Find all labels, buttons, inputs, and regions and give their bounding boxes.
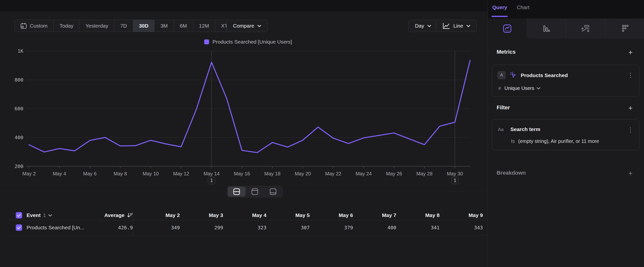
breakdown-table: Event 1 Average May 2May 3May 4May 5May …	[0, 211, 488, 235]
aggregation-selector[interactable]: Unique Users	[504, 86, 540, 91]
x-axis-tick-label: May 22	[325, 171, 342, 176]
annotation-badge[interactable]: 1	[451, 176, 458, 184]
add-metric-button[interactable]: +	[627, 49, 634, 56]
average-header[interactable]: Average	[91, 212, 133, 218]
date-column-header[interactable]: May 2	[138, 212, 182, 218]
table-view-icon	[270, 188, 276, 195]
row-average: 426.9	[118, 225, 133, 230]
active-tab-underline	[492, 16, 508, 17]
row-values: 349299323307379400341343	[138, 225, 485, 230]
cell-value: 400	[355, 225, 398, 230]
y-axis-tick-label: 200	[14, 163, 23, 169]
metric-event-name: Products Searched	[521, 72, 568, 78]
cell-value: 299	[182, 225, 225, 230]
cell-value: 323	[225, 225, 268, 230]
date-column-header[interactable]: May 6	[312, 212, 355, 218]
cell-value: 307	[268, 225, 312, 230]
data-series-line[interactable]	[29, 60, 470, 152]
table-column-separator	[132, 211, 133, 235]
y-axis-tick-label: 800	[14, 77, 23, 83]
text-property-icon: Aa	[498, 127, 504, 132]
metrics-heading: Metrics	[497, 49, 516, 55]
panel-tab-bar: Query Chart	[488, 0, 644, 19]
x-axis-tick-label: May 10	[143, 171, 159, 176]
row-name: Products Searched [Un...	[26, 225, 84, 230]
y-axis-tick-label: 400	[14, 134, 23, 140]
report-type-strip	[488, 19, 644, 39]
filter-menu-button[interactable]: ⋮	[627, 127, 634, 133]
analytics-dashboard: Custom Today Yesterday 7D 30D 3M 6M 12M …	[0, 0, 644, 267]
chevron-down-icon	[48, 214, 52, 216]
insights-icon	[502, 24, 512, 34]
cell-value: 343	[442, 225, 485, 230]
metric-letter-badge: A	[498, 71, 506, 79]
event-icon	[510, 71, 517, 79]
x-axis-tick-label: May 8	[114, 171, 127, 176]
x-axis-tick-label: May 28	[416, 171, 433, 176]
funnels-tab[interactable]	[527, 19, 566, 39]
split-view-icon	[233, 188, 240, 195]
date-column-header[interactable]: May 9	[442, 212, 485, 218]
cell-value: 341	[398, 225, 442, 230]
x-axis-tick-label: May 12	[173, 171, 190, 176]
aggregation-symbol: #	[498, 86, 501, 91]
retention-tab[interactable]	[605, 19, 644, 39]
query-panel: Query Chart Metrics + A Products Searche…	[488, 0, 644, 267]
event-header[interactable]: Event 1	[26, 212, 91, 218]
date-column-header[interactable]: May 3	[182, 212, 225, 218]
select-all-checkbox[interactable]	[16, 212, 22, 218]
layout-chart-view-button[interactable]	[246, 187, 264, 196]
tab-query[interactable]: Query	[492, 5, 507, 10]
x-axis-tick-label: May 26	[386, 171, 402, 176]
chart-view-icon	[252, 188, 258, 195]
x-axis-tick-label: May 6	[83, 171, 96, 176]
table-view-button[interactable]	[264, 187, 282, 196]
x-axis-tick-label: May 2	[22, 171, 36, 176]
x-axis-tick-label: May 30	[447, 171, 463, 176]
retention-icon	[620, 24, 630, 34]
filter-heading: Filter	[497, 104, 510, 111]
filter-condition[interactable]: Is (empty string), Air purifier, or 11 m…	[511, 138, 599, 144]
x-axis-tick-label: May 18	[264, 171, 280, 176]
layout-toggle-group	[227, 186, 283, 197]
insights-tab[interactable]	[488, 19, 527, 39]
line-chart[interactable]: 1K800600400200May 2May 4May 6May 8May 10…	[0, 0, 488, 192]
chevron-down-icon	[537, 87, 540, 89]
y-axis-tick-label: 600	[14, 106, 23, 112]
main-area: Custom Today Yesterday 7D 30D 3M 6M 12M …	[0, 0, 488, 267]
flows-icon	[580, 24, 590, 34]
date-column-header[interactable]: May 4	[225, 212, 268, 218]
sort-descending-icon	[127, 212, 133, 218]
funnels-icon	[541, 24, 551, 34]
filter-operator: Is	[511, 138, 515, 144]
date-column-header[interactable]: May 5	[268, 212, 312, 218]
date-column-header[interactable]: May 7	[355, 212, 398, 218]
cell-value: 349	[138, 225, 182, 230]
table-divider	[8, 235, 488, 236]
cell-value: 379	[312, 225, 355, 230]
date-column-header[interactable]: May 8	[398, 212, 442, 218]
x-axis-tick-label: May 4	[53, 171, 66, 176]
metric-card[interactable]: A Products Searched ⋮ # Unique Users	[492, 65, 639, 97]
row-checkbox[interactable]	[16, 224, 22, 231]
check-icon	[17, 226, 21, 229]
metric-menu-button[interactable]: ⋮	[627, 72, 634, 78]
y-axis-tick-label: 1K	[18, 48, 23, 54]
breakdown-heading: Breakdown	[497, 170, 526, 176]
x-axis-tick-label: May 24	[356, 171, 372, 176]
check-icon	[17, 214, 21, 217]
filter-card[interactable]: Aa Search term ⋮ Is (empty string), Air …	[492, 119, 639, 150]
table-header-row: Event 1 Average May 2May 3May 4May 5May …	[0, 211, 488, 220]
tab-chart[interactable]: Chart	[517, 5, 529, 10]
filter-property-name: Search term	[510, 126, 540, 132]
x-axis-tick-label: May 20	[295, 171, 311, 176]
x-axis-tick-label: May 16	[234, 171, 250, 176]
add-filter-button[interactable]: +	[627, 104, 634, 112]
layout-split-view-button[interactable]	[228, 187, 246, 196]
annotation-badge[interactable]: 1	[208, 176, 215, 184]
flows-tab[interactable]	[566, 19, 605, 39]
date-column-headers: May 2May 3May 4May 5May 6May 7May 8May 9	[138, 212, 485, 218]
add-breakdown-button[interactable]: +	[627, 170, 634, 177]
metric-aggregation: # Unique Users	[498, 86, 540, 91]
table-row[interactable]: Products Searched [Un... 426.9 349299323…	[0, 220, 488, 235]
